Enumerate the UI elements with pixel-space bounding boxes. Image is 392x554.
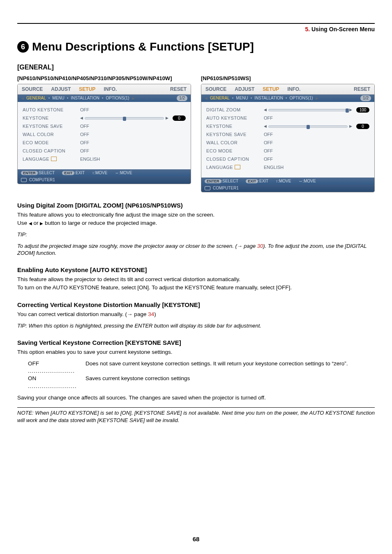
subtab-general[interactable]: GENERAL <box>26 95 46 101</box>
source-icon <box>21 178 27 182</box>
osd-tab-adjust[interactable]: ADJUST <box>47 84 75 94</box>
osd-row[interactable]: WALL COLOROFF <box>206 139 369 147</box>
osd-row-label: LANGUAGE <box>206 164 264 171</box>
slider-thumb[interactable] <box>346 108 349 113</box>
osd-tab-info[interactable]: INFO. <box>283 84 304 94</box>
exit-pill-icon: EXIT <box>246 179 258 183</box>
osd-tab-setup[interactable]: SETUP <box>75 84 99 94</box>
def-on-desc: Saves current keystone correction settin… <box>85 375 375 390</box>
section-title: Using On-Screen Menu <box>311 26 375 32</box>
osd-row-value: OFF <box>264 140 273 146</box>
osd-row[interactable]: DIGITAL ZOOM◀▶100 <box>206 106 369 114</box>
page-link-30[interactable]: 30 <box>257 243 263 249</box>
osd-row[interactable]: KEYSTONE◀▶0 <box>23 114 186 122</box>
subtab-menu[interactable]: MENU <box>52 95 64 101</box>
auto-keystone-p2: To turn on the AUTO KEYSTONE feature, se… <box>17 284 375 291</box>
osd-row-label: ECO MODE <box>23 140 80 146</box>
source-name: COMPUTER1 <box>29 177 55 183</box>
osd-row[interactable]: CLOSED CAPTIONOFF <box>206 155 369 164</box>
enter-label: :SELECT <box>221 179 239 183</box>
osd-row-value: OFF <box>80 140 89 146</box>
osd-row-value: OFF <box>80 132 89 138</box>
exit-pill-icon: EXIT <box>62 171 74 175</box>
osd-row-value: OFF <box>80 148 89 154</box>
osd-row-value: OFF <box>80 107 89 113</box>
osd-screenshot-right: SOURCE ADJUST SETUP INFO. RESET ◀ GENERA… <box>201 84 375 192</box>
osd-row-label: DIGITAL ZOOM <box>206 107 264 113</box>
slider-value-badge: 100 <box>356 107 369 113</box>
osd-tab-info[interactable]: INFO. <box>99 84 121 94</box>
heading-keystone-manual: Correcting Vertical Keystone Distortion … <box>17 301 375 309</box>
osd-row[interactable]: LANGUAGEENGLISH <box>206 164 369 172</box>
osd-tab-source[interactable]: SOURCE <box>201 84 231 94</box>
osd-row[interactable]: CLOSED CAPTIONOFF <box>23 147 186 155</box>
subtab-right-arrow-icon[interactable]: ▶ <box>316 96 318 101</box>
osd-row[interactable]: ECO MODEOFF <box>23 139 186 147</box>
subtab-right-arrow-icon[interactable]: ▶ <box>132 96 135 101</box>
subtab-options1[interactable]: OPTIONS(1) <box>106 95 129 101</box>
subtab-options1[interactable]: OPTIONS(1) <box>289 95 313 101</box>
osd-row[interactable]: KEYSTONE SAVEOFF <box>206 131 369 139</box>
subtab-general[interactable]: GENERAL <box>210 95 230 101</box>
digital-zoom-tip-label: TIP: <box>17 231 375 238</box>
osd-row-label: WALL COLOR <box>206 140 264 146</box>
slider-value-badge: 0 <box>173 115 186 121</box>
slider-thumb[interactable] <box>307 125 310 129</box>
source-name: COMPUTER1 <box>213 185 239 191</box>
osd-tab-adjust[interactable]: ADJUST <box>231 84 258 94</box>
osd-row[interactable]: AUTO KEYSTONEOFF <box>206 114 369 122</box>
subtab-installation[interactable]: INSTALLATION <box>254 95 283 101</box>
osd-row[interactable]: KEYSTONE SAVEOFF <box>23 122 186 131</box>
osd-screenshots-row: [NP610/NP510/NP410/NP405/NP310/NP305/NP5… <box>17 75 375 192</box>
auto-keystone-p1: This feature allows the projector to det… <box>17 276 375 283</box>
osd-row[interactable]: LANGUAGEENGLISH <box>23 155 186 164</box>
subtab-installation[interactable]: INSTALLATION <box>71 95 99 101</box>
osd-tab-source[interactable]: SOURCE <box>18 84 47 94</box>
language-icon <box>235 165 240 169</box>
heading-keystone-save: Saving Vertical Keystone Correction [KEY… <box>17 339 375 347</box>
osd-row-value: ENGLISH <box>264 164 284 171</box>
enter-pill-icon: ENTER <box>205 179 221 183</box>
osd-row-label: ECO MODE <box>206 148 264 154</box>
main-heading: 6 Menu Descriptions & Functions [SETUP] <box>17 39 375 55</box>
digital-zoom-p1: This feature allows you to electronicall… <box>17 211 375 219</box>
slider-track[interactable] <box>268 125 348 128</box>
slider-left-arrow-icon[interactable]: ◀ <box>264 124 267 129</box>
subtab-menu[interactable]: MENU <box>236 95 248 101</box>
osd-row-label: KEYSTONE <box>23 115 80 121</box>
keystone-manual-p1: You can correct vertical distortion manu… <box>17 311 375 318</box>
osd-row-value: OFF <box>80 123 89 129</box>
osd-row[interactable]: ECO MODEOFF <box>206 147 369 155</box>
osd-tab-reset[interactable]: RESET <box>166 84 191 94</box>
general-heading: [GENERAL] <box>17 63 375 72</box>
keystone-save-p2: Saving your change once affects all sour… <box>17 394 375 402</box>
page-link-34[interactable]: 34 <box>148 311 154 317</box>
keystone-save-p1: This option enables you to save your cur… <box>17 349 375 356</box>
osd-row[interactable]: WALL COLOROFF <box>23 131 186 139</box>
slider-right-arrow-icon[interactable]: ▶ <box>349 124 352 129</box>
divider <box>17 407 375 408</box>
osd-slider[interactable]: ◀▶100 <box>264 107 369 113</box>
slider-left-arrow-icon[interactable]: ◀ <box>264 107 267 112</box>
osd-row[interactable]: KEYSTONE◀▶0 <box>206 122 369 131</box>
slider-right-arrow-icon[interactable]: ▶ <box>349 107 352 112</box>
osd-row-label: KEYSTONE SAVE <box>206 132 264 138</box>
subtab-left-arrow-icon[interactable]: ◀ <box>205 96 208 101</box>
osd-tab-reset[interactable]: RESET <box>350 84 374 94</box>
main-heading-text: Menu Descriptions & Functions [SETUP] <box>32 39 254 55</box>
def-on-term: ON <box>28 375 36 381</box>
slider-track[interactable] <box>85 117 164 120</box>
slider-left-arrow-icon[interactable]: ◀ <box>80 115 83 120</box>
slider-thumb[interactable] <box>123 117 126 121</box>
slider-track[interactable] <box>268 109 348 111</box>
subtab-page-indicator: 1/2 <box>360 95 371 101</box>
def-off-term: OFF <box>28 360 39 367</box>
osd-row[interactable]: AUTO KEYSTONEOFF <box>23 106 186 114</box>
osd-slider[interactable]: ◀▶0 <box>264 124 369 129</box>
slider-right-arrow-icon[interactable]: ▶ <box>166 115 168 120</box>
osd-slider[interactable]: ◀▶0 <box>80 115 186 121</box>
osd-tab-setup[interactable]: SETUP <box>258 84 283 94</box>
osd-row-label: KEYSTONE <box>206 123 264 129</box>
slider-value-badge: 0 <box>356 124 369 129</box>
subtab-left-arrow-icon[interactable]: ◀ <box>21 96 24 101</box>
